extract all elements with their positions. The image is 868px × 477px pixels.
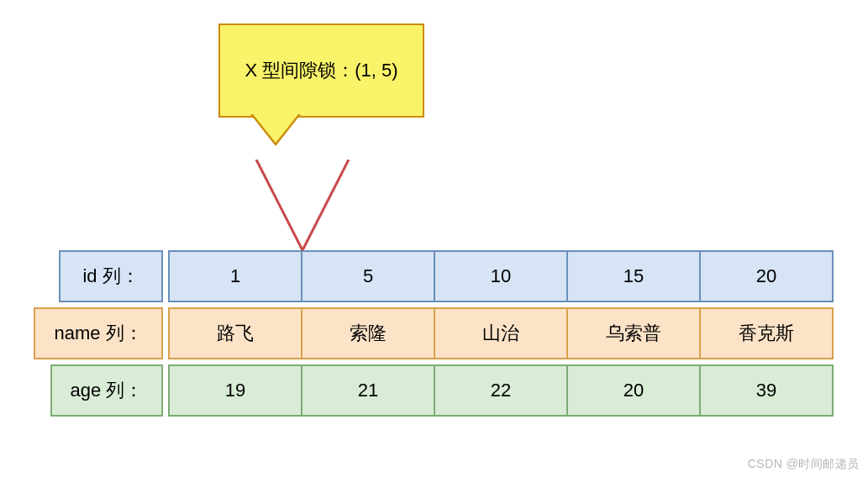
cell-id-4: 20 [699, 250, 834, 302]
cell-name-0: 路飞 [168, 307, 302, 359]
cell-id-1: 5 [301, 250, 435, 302]
cell-name-1: 索隆 [301, 307, 435, 359]
callout-text: X 型间隙锁：(1, 5) [245, 58, 397, 83]
gap-pointer-v-icon [248, 160, 357, 252]
callout-tail-fill [253, 114, 298, 143]
cell-age-4: 39 [699, 364, 834, 417]
svg-line-1 [302, 160, 349, 250]
cell-id-0: 1 [168, 250, 302, 302]
row-label-id: id 列： [59, 250, 163, 302]
svg-line-0 [256, 160, 302, 250]
data-table: id 列： 1 5 10 15 20 name 列： 路飞 索隆 山治 乌索普 … [34, 250, 834, 417]
cell-age-3: 20 [566, 364, 701, 417]
table-row: id 列： 1 5 10 15 20 [34, 250, 834, 302]
cell-age-2: 22 [434, 364, 568, 417]
row-label-name: name 列： [34, 307, 163, 359]
gap-lock-callout: X 型间隙锁：(1, 5) [218, 24, 424, 118]
cell-age-1: 21 [301, 364, 435, 417]
cell-age-0: 19 [168, 364, 302, 417]
row-label-age: age 列： [50, 364, 163, 417]
cell-name-2: 山治 [434, 307, 568, 359]
table-row: name 列： 路飞 索隆 山治 乌索普 香克斯 [34, 307, 834, 359]
cell-id-2: 10 [434, 250, 568, 302]
cell-name-4: 香克斯 [699, 307, 834, 359]
cell-name-3: 乌索普 [566, 307, 701, 359]
cell-id-3: 15 [566, 250, 701, 302]
table-row: age 列： 19 21 22 20 39 [34, 364, 834, 417]
watermark-text: CSDN @时间邮递员 [748, 457, 860, 472]
